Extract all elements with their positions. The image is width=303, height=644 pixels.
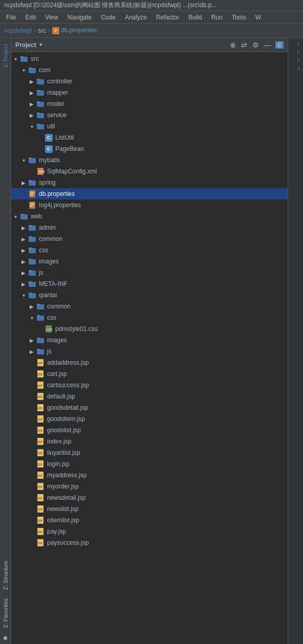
tree-arrow-mybatis[interactable]: ▾ bbox=[19, 158, 28, 163]
tree-node-cart-jsp[interactable]: JSPcart.jsp bbox=[11, 368, 288, 380]
tree-node-pay-jsp[interactable]: JSPpay.jsp bbox=[11, 526, 288, 537]
tree-node-spring[interactable]: ▶spring bbox=[11, 177, 288, 188]
menu-item-analyze[interactable]: Analyze bbox=[121, 13, 151, 22]
tree-node-js[interactable]: ▶js bbox=[11, 267, 288, 278]
svg-rect-21 bbox=[30, 192, 34, 193]
tree-arrow-css[interactable]: ▶ bbox=[19, 248, 28, 253]
menu-item-build[interactable]: Build bbox=[184, 13, 206, 22]
menu-item-file[interactable]: File bbox=[2, 13, 20, 22]
close-panel-icon[interactable]: C bbox=[275, 41, 284, 49]
tree-arrow-spring[interactable]: ▶ bbox=[19, 180, 28, 186]
tree-node-com[interactable]: ▾com bbox=[11, 64, 288, 76]
svg-rect-27 bbox=[30, 206, 33, 207]
minimize-icon[interactable]: — bbox=[263, 40, 272, 50]
tree-arrow-web[interactable]: ▾ bbox=[11, 214, 19, 219]
tree-arrow-service[interactable]: ▶ bbox=[28, 113, 36, 118]
menu-item-tools[interactable]: Tools bbox=[228, 13, 250, 22]
menu-item-refactor[interactable]: Refactor bbox=[152, 13, 183, 22]
tree-node-controller[interactable]: ▶controller bbox=[11, 76, 288, 87]
tree-node-common[interactable]: ▶common bbox=[11, 233, 288, 245]
tree-node-common[interactable]: ▶common bbox=[11, 301, 288, 312]
breadcrumb-src[interactable]: src bbox=[38, 27, 46, 34]
panel-arrow[interactable]: ▾ bbox=[39, 41, 42, 48]
tree-node-login-jsp[interactable]: JSPlogin.jsp bbox=[11, 458, 288, 470]
tree-node-ListUtil[interactable]: CListUtil bbox=[11, 132, 288, 143]
sidebar-item-project[interactable]: 1: Project bbox=[2, 40, 10, 72]
tree-arrow-mapper[interactable]: ▶ bbox=[28, 90, 36, 96]
tree-node-db-properties[interactable]: db.properties bbox=[11, 188, 288, 199]
tree-node-src[interactable]: ▾src bbox=[11, 53, 288, 64]
tree-node-js[interactable]: ▶js bbox=[11, 346, 288, 357]
tree-arrow-common[interactable]: ▶ bbox=[28, 304, 36, 309]
menu-item-run[interactable]: Run bbox=[207, 13, 227, 22]
tree-arrow-css[interactable]: ▾ bbox=[28, 315, 36, 321]
breadcrumb-file: Pdb.properties bbox=[52, 27, 97, 34]
tree-arrow-com[interactable]: ▾ bbox=[19, 68, 28, 73]
tree-node-mapper[interactable]: ▶mapper bbox=[11, 87, 288, 98]
tree-arrow-js[interactable]: ▶ bbox=[28, 349, 36, 354]
tree-node-images[interactable]: ▶images bbox=[11, 335, 288, 346]
tree-arrow-META-INF[interactable]: ▶ bbox=[19, 281, 28, 287]
tree-node-addaddress-jsp[interactable]: JSPaddaddress.jsp bbox=[11, 357, 288, 368]
tree-node-qiantai[interactable]: ▾qiantai bbox=[11, 290, 288, 301]
tree-label-newsdetail-jsp: newsdetail.jsp bbox=[47, 494, 85, 501]
tree-arrow-controller[interactable]: ▶ bbox=[28, 79, 36, 84]
tree-arrow-src[interactable]: ▾ bbox=[11, 56, 19, 62]
tree-node-newsdetail-jsp[interactable]: JSPnewsdetail.jsp bbox=[11, 492, 288, 503]
tree-arrow-js[interactable]: ▶ bbox=[19, 270, 28, 276]
tree-arrow-model[interactable]: ▶ bbox=[28, 101, 36, 107]
svg-rect-41 bbox=[29, 281, 32, 283]
sidebar-item-favorites[interactable]: 2: Favorites bbox=[2, 594, 10, 632]
tree-label-ListUtil: ListUtil bbox=[55, 134, 74, 141]
tree-node-log4j-properties[interactable]: log4j.properties bbox=[11, 199, 288, 211]
settings-icon[interactable]: ⚙ bbox=[251, 40, 260, 50]
scroll-icon[interactable]: ⇄ bbox=[240, 40, 248, 50]
sidebar-item-structure[interactable]: Z: Structure bbox=[2, 557, 10, 594]
tree-node-cartsuccess-jsp[interactable]: JSPcartsuccess.jsp bbox=[11, 380, 288, 391]
tree-node-web[interactable]: ▾web bbox=[11, 211, 288, 222]
tree-node-css[interactable]: ▾css bbox=[11, 312, 288, 323]
tree-node-default-jsp[interactable]: JSPdefault.jsp bbox=[11, 391, 288, 402]
tree-node-paysuccess-jsp[interactable]: JSPpaysuccess.jsp bbox=[11, 537, 288, 548]
tree-node-index-jsp[interactable]: JSPindex.jsp bbox=[11, 436, 288, 447]
menu-item-navigate[interactable]: Navigate bbox=[63, 13, 96, 22]
tree-node-css[interactable]: ▶css bbox=[11, 245, 288, 256]
tree-node-SqlMapConfig-xml[interactable]: XMLSqlMapConfig.xml bbox=[11, 166, 288, 177]
breadcrumb-root[interactable]: ncpdsfwpt bbox=[4, 27, 32, 34]
tree-node-newslist-jsp[interactable]: JSPnewslist.jsp bbox=[11, 503, 288, 515]
tree-node-model[interactable]: ▶model bbox=[11, 98, 288, 109]
tree-node-liuyanlist-jsp[interactable]: JSPliuyanlist.jsp bbox=[11, 447, 288, 458]
tree-node-goodsdetail-jsp[interactable]: JSPgoodsdetail.jsp bbox=[11, 402, 288, 413]
title-bar: ncpdsfwpt [D:\2024级\ssm的网站图 情售商系统(标题)(nc… bbox=[0, 0, 303, 11]
menu-item-edit[interactable]: Edit bbox=[21, 13, 40, 22]
tree-arrow-util[interactable]: ▾ bbox=[28, 124, 36, 129]
tree-node-myorder-jsp[interactable]: JSPmyorder.jsp bbox=[11, 481, 288, 492]
tree-node-pdmstyle01-css[interactable]: CSSpdmstyle01.css bbox=[11, 323, 288, 335]
tree-node-myaddress-jsp[interactable]: JSPmyaddress.jsp bbox=[11, 470, 288, 481]
tree-node-oitemlist-jsp[interactable]: JSPoitemlist.jsp bbox=[11, 515, 288, 526]
tree-node-util[interactable]: ▾util bbox=[11, 121, 288, 132]
tree-node-goodslist-jsp[interactable]: JSPgoodslist.jsp bbox=[11, 425, 288, 436]
tree-arrow-images[interactable]: ▶ bbox=[28, 338, 36, 343]
tree-arrow-images[interactable]: ▶ bbox=[19, 259, 28, 264]
tree-icon-jsp: JSP bbox=[36, 459, 45, 469]
tree-node-META-INF[interactable]: ▶META-INF bbox=[11, 278, 288, 290]
svg-text:JSP: JSP bbox=[37, 452, 42, 455]
menu-item-view[interactable]: View bbox=[41, 13, 62, 22]
menu-item-code[interactable]: Code bbox=[97, 13, 120, 22]
tree-arrow-admin[interactable]: ▶ bbox=[19, 225, 28, 231]
svg-text:JSP: JSP bbox=[37, 463, 42, 466]
scope-icon[interactable]: ⊕ bbox=[229, 40, 237, 50]
tree-node-images[interactable]: ▶images bbox=[11, 256, 288, 267]
tree-node-admin[interactable]: ▶admin bbox=[11, 222, 288, 233]
tree-node-goodsitem-jsp[interactable]: JSPgoodsitem.jsp bbox=[11, 413, 288, 425]
tree-node-PageBean[interactable]: CPageBean bbox=[11, 143, 288, 154]
tree-icon-jsp: JSP bbox=[36, 516, 45, 525]
menu-item-w[interactable]: W bbox=[251, 13, 265, 22]
favorites-star-icon[interactable]: ★ bbox=[2, 632, 9, 644]
file-tree[interactable]: ▾src▾com▶controller▶mapper▶model▶service… bbox=[11, 52, 288, 644]
tree-node-mybatis[interactable]: ▾mybatis bbox=[11, 154, 288, 166]
tree-node-service[interactable]: ▶service bbox=[11, 109, 288, 121]
tree-arrow-common[interactable]: ▶ bbox=[19, 236, 28, 242]
tree-arrow-qiantai[interactable]: ▾ bbox=[19, 293, 28, 298]
